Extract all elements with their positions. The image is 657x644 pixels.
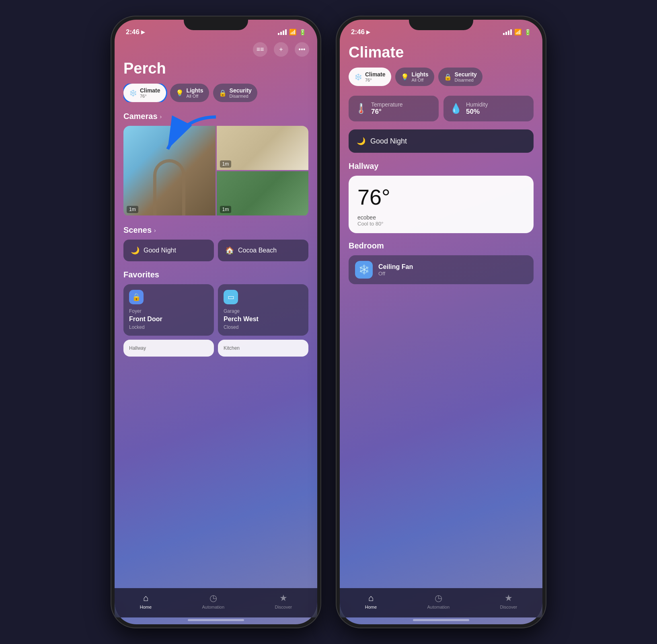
front-door-status: Locked <box>129 324 208 330</box>
thermostat-mode: Cool to 80° <box>357 221 525 227</box>
camera-cell-1[interactable]: 1m <box>123 126 216 215</box>
camera-1-timestamp: 1m <box>127 206 138 213</box>
discover-nav-icon: ★ <box>279 593 287 603</box>
scenes-row: 🌙 Good Night 🏠 Cocoa Beach <box>123 240 308 261</box>
hallway-sub: Hallway <box>129 345 208 351</box>
location-arrow-icon: ▶ <box>141 29 145 35</box>
climate-label: Climate <box>140 87 160 94</box>
pill-climate[interactable]: ❄️ Climate 76° <box>123 84 166 102</box>
thermostat-card[interactable]: 76° ecobee Cool to 80° <box>349 176 534 233</box>
right-nav-discover[interactable]: ★ Discover <box>500 593 517 609</box>
right-home-indicator <box>413 619 469 621</box>
right-home-nav-icon: ⌂ <box>368 593 374 603</box>
more-button[interactable]: ••• <box>295 42 309 57</box>
right-wifi-icon: 📶 <box>514 29 522 36</box>
right-pill-lights[interactable]: 💡 Lights All Off <box>395 68 434 86</box>
add-button[interactable]: + <box>274 42 288 57</box>
scene-cocoa-beach[interactable]: 🏠 Cocoa Beach <box>218 240 308 261</box>
lights-sub: All Off <box>187 94 203 98</box>
perch-west-sub: Garage <box>224 308 303 314</box>
hallway-title: Hallway <box>349 162 534 171</box>
right-status-icons: 📶 🔋 <box>503 29 531 36</box>
bottom-nav: ⌂ Home ◷ Automation ★ Discover <box>115 588 317 617</box>
notch-right <box>409 16 473 30</box>
category-pills: ❄️ Climate 76° 💡 Lights All Off <box>123 84 308 102</box>
security-sub: Disarmed <box>230 94 252 98</box>
right-automation-nav-icon: ◷ <box>435 593 442 603</box>
right-climate-label: Climate <box>365 71 386 78</box>
home-indicator <box>188 619 244 621</box>
cameras-section-header[interactable]: Cameras › <box>123 112 308 121</box>
right-pill-security[interactable]: 🔒 Security Disarmed <box>438 68 482 86</box>
perch-west-status: Closed <box>224 324 303 330</box>
camera-cell-2[interactable]: 1m <box>217 126 309 170</box>
thermostat-temperature: 76° <box>357 185 525 209</box>
automation-nav-label: Automation <box>202 605 224 609</box>
ceiling-fan-card[interactable]: ❄️ Ceiling Fan Off <box>349 255 534 284</box>
phone-background: 2:46 ▶ 📶 🔋 ≡≡ + ••• <box>115 20 317 624</box>
bedroom-section: Bedroom ❄️ Ceiling Fan Off <box>349 241 534 284</box>
humidity-icon: 💧 <box>450 103 462 114</box>
hallway-section: Hallway 76° ecobee Cool to 80° <box>349 162 534 233</box>
good-night-btn-icon: 🌙 <box>357 137 365 146</box>
cameras-chevron-icon: › <box>160 113 162 120</box>
battery-icon: 🔋 <box>299 29 306 35</box>
notch <box>184 16 248 30</box>
favorite-kitchen[interactable]: Kitchen <box>218 340 308 357</box>
voice-button[interactable]: ≡≡ <box>253 42 267 57</box>
lights-label: Lights <box>187 87 203 94</box>
camera-3-timestamp: 1m <box>220 206 232 213</box>
discover-nav-label: Discover <box>275 605 292 609</box>
security-label: Security <box>230 87 252 94</box>
right-phone-screen: 2:46 ▶ 📶 🔋 Climate <box>340 20 542 624</box>
signal-bars <box>278 29 287 35</box>
security-icon: 🔒 <box>219 89 227 97</box>
right-status-time: 2:46 ▶ <box>351 28 370 36</box>
status-icons: 📶 🔋 <box>278 29 306 36</box>
cameras-title: Cameras <box>123 112 158 121</box>
camera-grid: 1m 1m 1m 5 <box>123 126 308 217</box>
right-nav-home[interactable]: ⌂ Home <box>365 593 377 609</box>
lock-icon: 🔒 <box>129 290 144 304</box>
kitchen-sub: Kitchen <box>224 345 303 351</box>
fan-status: Off <box>378 271 413 277</box>
favorite-perch-west[interactable]: ▭ Garage Perch West Closed <box>218 284 308 336</box>
fan-name: Ceiling Fan <box>378 263 413 271</box>
temperature-value: 76° <box>371 108 403 116</box>
pill-security[interactable]: 🔒 Security Disarmed <box>213 84 257 102</box>
climate-icon: ❄️ <box>129 89 137 97</box>
right-climate-icon: ❄️ <box>354 73 362 81</box>
cocoa-beach-label: Cocoa Beach <box>238 247 277 254</box>
scenes-title: Scenes <box>123 226 152 235</box>
left-phone: 2:46 ▶ 📶 🔋 ≡≡ + ••• <box>111 16 320 628</box>
right-phone: 2:46 ▶ 📶 🔋 Climate <box>337 16 546 628</box>
good-night-label: Good Night <box>144 247 176 254</box>
temperature-card: 🌡️ Temperature 76° <box>349 96 439 121</box>
temperature-icon: 🌡️ <box>355 103 367 114</box>
bedroom-title: Bedroom <box>349 241 534 250</box>
thermostat-brand: ecobee <box>357 214 525 221</box>
right-security-sub: Disarmed <box>455 78 477 82</box>
scenes-section-header[interactable]: Scenes › <box>123 226 308 235</box>
climate-stats-row: 🌡️ Temperature 76° 💧 Humidity 50% <box>349 96 534 121</box>
right-nav-automation[interactable]: ◷ Automation <box>427 593 450 609</box>
right-pill-climate[interactable]: ❄️ Climate 76° <box>349 68 391 86</box>
fan-icon: ❄️ <box>355 261 373 279</box>
favorites-title: Favorites <box>123 270 159 279</box>
favorite-front-door[interactable]: 🔒 Foyer Front Door Locked <box>123 284 214 336</box>
right-security-label: Security <box>455 71 477 78</box>
home-nav-label: Home <box>140 605 152 609</box>
camera-cell-3[interactable]: 1m <box>217 171 309 215</box>
nav-home[interactable]: ⌂ Home <box>140 593 152 609</box>
nav-automation[interactable]: ◷ Automation <box>202 593 224 609</box>
good-night-button[interactable]: 🌙 Good Night <box>349 129 534 153</box>
pill-lights[interactable]: 💡 Lights All Off <box>170 84 209 102</box>
favorite-hallway[interactable]: Hallway <box>123 340 214 357</box>
lights-icon: 💡 <box>176 89 184 97</box>
right-home-nav-label: Home <box>365 605 377 609</box>
nav-discover[interactable]: ★ Discover <box>275 593 292 609</box>
scene-good-night[interactable]: 🌙 Good Night <box>123 240 214 261</box>
good-night-icon: 🌙 <box>131 246 140 255</box>
right-climate-sub: 76° <box>365 78 386 82</box>
favorites-section-header: Favorites <box>123 270 308 279</box>
